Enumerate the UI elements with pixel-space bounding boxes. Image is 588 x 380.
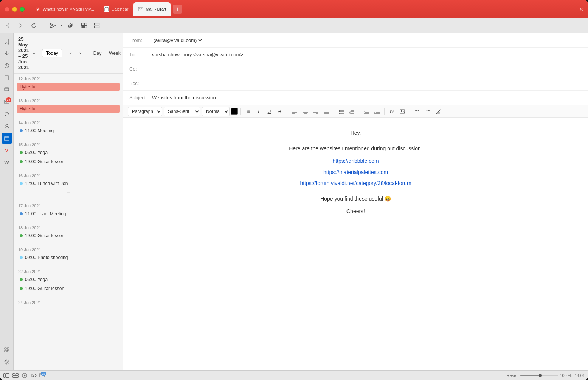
underline-button[interactable]: U [265,107,274,116]
event-yoga-15[interactable]: 06:00 Yoga [17,148,120,157]
svg-rect-71 [400,110,405,113]
today-button[interactable]: Today [42,49,62,57]
sidebar-item-mail[interactable]: 23 [2,97,12,107]
view-split-button[interactable] [92,21,102,31]
align-center-button[interactable] [301,107,310,116]
attach-button[interactable] [66,21,76,31]
sidebar-item-contacts[interactable] [2,121,12,131]
mail-subject-field: Subject: Websites from the discussion [123,91,588,105]
statusbar-media-toggle[interactable] [21,372,28,379]
sidebar-item-bookmarks[interactable] [2,36,12,47]
italic-button[interactable]: I [254,107,263,116]
calendar-prev-button[interactable]: ‹ [67,49,75,57]
undo-button[interactable] [413,107,422,116]
event-hytte-tur-12[interactable]: Hytte tur [17,83,120,91]
unordered-list-button[interactable] [337,107,346,116]
bold-button[interactable]: B [244,107,253,116]
align-right-button[interactable] [311,107,320,116]
insert-link-button[interactable] [387,107,396,116]
new-tab-button[interactable]: + [173,5,182,14]
redo-button[interactable] [423,107,432,116]
text-color-button[interactable] [231,108,238,115]
reset-label[interactable]: Reset [507,373,518,378]
date-group-june24: 24 Jun 2021 [17,297,120,306]
mail-body-link2: https://materialpalettes.com [138,168,573,177]
sidebar-item-history[interactable] [2,60,12,71]
add-event-button-16[interactable]: + [65,188,72,196]
calendar-next-button[interactable]: › [76,49,84,57]
event-yoga-22[interactable]: 06:00 Yoga [17,275,120,284]
clear-formatting-button[interactable] [434,107,443,116]
paragraph-style-select[interactable]: Paragraph Heading 1 Heading 2 [128,107,162,116]
window-close-right-button[interactable]: ✕ [579,6,583,12]
tab-vivaldi[interactable]: What's new in Vivaldi | Viv... [31,2,99,16]
nav-separator [43,22,43,29]
event-hytte-tur-13[interactable]: Hytte tur [17,105,120,113]
font-family-select[interactable]: Sans-Serif Serif Monospace [164,107,200,116]
justify-button[interactable] [322,107,331,116]
date-group-june18: 18 Jun 2021 19:00 Guitar lesson [17,222,120,240]
ordered-list-button[interactable]: 1.2.3. [347,107,356,116]
date-group-june14: 14 Jun 2021 11:00 Meeting [17,117,120,135]
event-meeting-14[interactable]: 11:00 Meeting [17,127,120,135]
statusbar-code-toggle[interactable] [30,372,37,379]
tab-calendar[interactable]: Calendar [99,2,133,16]
tab-mail-label: Mail - Draft [146,7,166,11]
calendar-view-buttons: Day Week Agenda [90,50,123,57]
from-dropdown[interactable]: (akira@vivaldi.com) [152,37,203,43]
subject-label: Subject: [129,95,152,100]
subject-value[interactable]: Websites from the discussion [152,95,582,100]
sidebar-item-settings[interactable] [2,357,12,367]
reload-button[interactable] [29,21,39,31]
tab-bar: What's new in Vivaldi | Viv... Calendar … [31,2,579,16]
sidebar-item-wikipedia[interactable]: W [2,157,12,168]
statusbar-panel-toggle[interactable] [3,372,10,379]
to-value[interactable]: varsha chowdhury <varsha@vivaldi.com> [152,52,582,57]
event-dot [20,212,23,215]
view-toggle-button[interactable] [79,21,89,31]
mail-body[interactable]: Hey, Here are the websites I mentioned d… [123,118,588,370]
calendar-view-day[interactable]: Day [90,50,104,57]
date-label-june12: 12 Jun 2021 [17,74,120,83]
tab-calendar-label: Calendar [112,7,129,11]
sidebar-item-calendar[interactable] [2,133,12,144]
indent-decrease-button[interactable] [362,107,371,116]
mail-notifications-icon[interactable]: 23 [39,372,45,378]
event-guitar-18[interactable]: 19:00 Guitar lesson [17,232,120,240]
sidebar-item-vivaldi[interactable]: V [2,145,12,156]
event-lunch-16[interactable]: 12:00 Lunch with Jon [17,179,120,188]
event-photo-19[interactable]: 09:00 Photo shooting [17,253,120,262]
event-team-meeting-17[interactable]: 11:00 Team Meeting [17,210,120,218]
minimize-window-button[interactable] [12,7,17,12]
zoom-slider[interactable] [520,375,558,376]
sidebar-item-notes[interactable] [2,73,12,83]
sidebar-item-tabs[interactable] [2,85,12,95]
svg-rect-33 [7,350,9,352]
date-group-june15: 15 Jun 2021 06:00 Yoga 19:00 Guitar less… [17,139,120,166]
date-label-june17: 17 Jun 2021 [17,201,120,210]
calendar-view-week[interactable]: Week [106,50,123,57]
svg-point-24 [5,115,6,116]
indent-increase-button[interactable] [372,107,382,116]
statusbar-layout-toggle[interactable] [12,372,19,379]
zoom-slider-thumb[interactable] [539,374,542,377]
tab-mail[interactable]: Mail - Draft [133,2,171,16]
svg-point-51 [339,110,340,111]
calendar-date-range[interactable]: 25 May 2021 – 25 Jun 2021 [18,36,29,70]
vivaldi-favicon [35,6,40,12]
forward-button[interactable] [16,21,26,31]
sidebar-item-downloads[interactable] [2,48,12,59]
maximize-window-button[interactable] [20,7,25,12]
align-left-button[interactable] [290,107,299,116]
font-size-select[interactable]: Normal Small Large [202,107,230,116]
back-button[interactable] [3,21,13,31]
mail-bcc-field: Bcc: [123,76,588,91]
sidebar-item-extensions[interactable] [2,344,12,355]
send-filter-button[interactable] [48,21,58,31]
event-guitar-22[interactable]: 19:00 Guitar lesson [17,284,120,293]
sidebar-item-feeds[interactable] [2,109,12,119]
close-window-button[interactable] [5,7,9,12]
event-guitar-15[interactable]: 19:00 Guitar lesson [17,158,120,166]
insert-image-button[interactable] [398,107,407,116]
strikethrough-button[interactable]: S [275,107,284,116]
